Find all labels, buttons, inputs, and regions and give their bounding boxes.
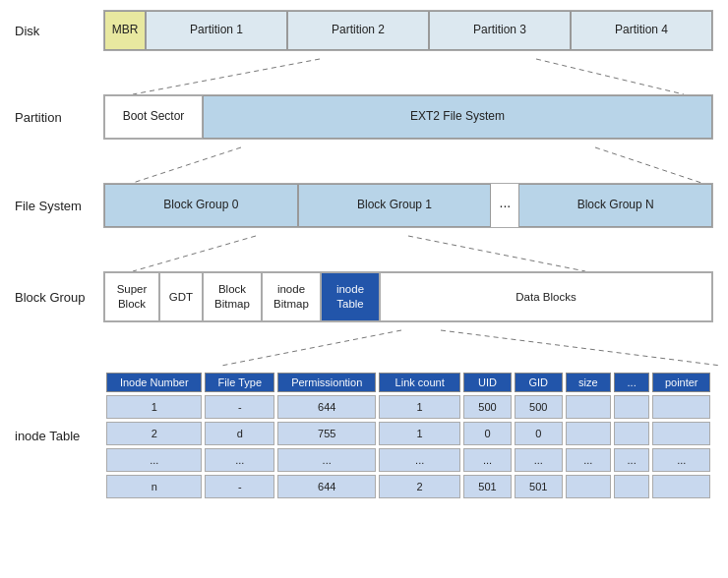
inode-table-label: inode Table (15, 370, 103, 443)
svg-line-4 (133, 236, 256, 271)
conn-fs-bg (103, 236, 728, 271)
filesystem-row: File System Block Group 0 Block Group 1 … (15, 183, 713, 228)
table-cell: 644 (277, 395, 376, 419)
table-cell: n (106, 475, 202, 498)
table-cell: ... (515, 448, 563, 472)
th-uid: UID (463, 373, 512, 392)
disk-label: Disk (15, 24, 103, 38)
svg-line-2 (133, 147, 241, 183)
table-cell: 501 (515, 475, 563, 498)
table-cell (566, 395, 611, 419)
inode-table-box: inode Table (321, 272, 380, 321)
conn-fs-bg-svg (103, 236, 728, 271)
th-dots: ... (614, 373, 650, 392)
inode-table-wrapper: Inode Number File Type Permissiontion Li… (103, 370, 713, 501)
svg-line-7 (441, 330, 721, 366)
svg-line-6 (221, 330, 401, 366)
bg-dots-box: ··· (491, 184, 518, 227)
th-permission: Permissiontion (277, 373, 376, 392)
table-cell: ... (277, 448, 376, 472)
bgn-box: Block Group N (518, 184, 712, 227)
table-cell: 0 (515, 422, 563, 445)
table-cell: 755 (277, 422, 376, 445)
table-cell (614, 395, 650, 419)
th-size: size (566, 373, 611, 392)
table-cell: 644 (277, 475, 376, 498)
table-cell: 2 (379, 475, 460, 498)
table-cell: 2 (106, 422, 202, 445)
partition1-box: Partition 1 (146, 11, 287, 50)
gdt-box: GDT (159, 272, 203, 321)
inode-header-row: Inode Number File Type Permissiontion Li… (106, 373, 710, 392)
table-cell (566, 422, 611, 445)
table-row: 1-6441500500 (106, 395, 710, 419)
bg1-box: Block Group 1 (298, 184, 492, 227)
table-cell: ... (379, 448, 460, 472)
table-cell: 500 (463, 395, 512, 419)
th-link-count: Link count (379, 373, 460, 392)
conn-partition-fs-svg (103, 147, 728, 183)
bg-wrapper: Super Block GDT Block Bitmap inode Bitma… (103, 271, 713, 322)
table-cell: ... (566, 448, 611, 472)
partition2-box: Partition 2 (287, 11, 429, 50)
conn-bg-inode-svg (103, 330, 728, 366)
mbr-box: MBR (104, 11, 146, 50)
table-cell (614, 422, 650, 445)
table-cell: 1 (379, 422, 460, 445)
inode-tbody: 1-64415005002d755100....................… (106, 395, 710, 498)
inode-bitmap-box: inode Bitmap (262, 272, 321, 321)
inode-section: inode Table Inode Number File Type Permi… (15, 370, 713, 501)
table-cell: d (205, 422, 274, 445)
block-bitmap-box: Block Bitmap (203, 272, 262, 321)
partition3-box: Partition 3 (429, 11, 571, 50)
svg-line-1 (536, 59, 684, 94)
table-cell: ... (614, 448, 650, 472)
svg-line-0 (133, 59, 320, 94)
table-cell: 500 (515, 395, 563, 419)
conn-bg-inode (103, 330, 728, 366)
table-cell (652, 475, 710, 498)
table-cell (614, 475, 650, 498)
table-cell: ... (652, 448, 710, 472)
partition-row: Partition Boot Sector EXT2 File System (15, 94, 713, 140)
super-block-box: Super Block (104, 272, 159, 321)
blockgroup-label: Block Group (15, 290, 103, 305)
boot-sector-box: Boot Sector (104, 95, 203, 139)
table-cell: ... (463, 448, 512, 472)
data-blocks-box: Data Blocks (380, 272, 712, 321)
table-cell: - (205, 475, 274, 498)
bg0-box: Block Group 0 (104, 184, 298, 227)
th-inode-number: Inode Number (106, 373, 202, 392)
conn-disk-partition (103, 59, 728, 94)
fs-wrapper: Block Group 0 Block Group 1 ··· Block Gr… (103, 183, 713, 228)
inode-table: Inode Number File Type Permissiontion Li… (103, 370, 713, 501)
table-cell: - (205, 395, 274, 419)
table-cell: 1 (379, 395, 460, 419)
table-row: n-6442501501 (106, 475, 710, 498)
disk-wrapper: MBR Partition 1 Partition 2 Partition 3 … (103, 10, 713, 51)
table-row: ........................... (106, 448, 710, 472)
disk-row: Disk MBR Partition 1 Partition 2 Partiti… (15, 10, 713, 51)
th-gid: GID (515, 373, 563, 392)
th-pointer: pointer (652, 373, 710, 392)
table-cell: ... (106, 448, 202, 472)
svg-line-3 (595, 147, 701, 183)
diagram: Disk MBR Partition 1 Partition 2 Partiti… (15, 10, 713, 501)
table-cell: 0 (463, 422, 512, 445)
partition4-box: Partition 4 (571, 11, 712, 50)
conn-partition-fs (103, 147, 728, 183)
table-cell: 501 (463, 475, 512, 498)
table-cell (566, 475, 611, 498)
ext2-box: EXT2 File System (203, 95, 712, 139)
partition-label: Partition (15, 110, 103, 125)
th-file-type: File Type (205, 373, 274, 392)
conn-disk-partition-svg (103, 59, 728, 94)
table-cell: ... (205, 448, 274, 472)
table-cell: 1 (106, 395, 202, 419)
svg-line-5 (408, 236, 585, 271)
table-cell (652, 395, 710, 419)
filesystem-label: File System (15, 199, 103, 213)
table-row: 2d755100 (106, 422, 710, 445)
partition-wrapper: Boot Sector EXT2 File System (103, 94, 713, 140)
table-cell (652, 422, 710, 445)
